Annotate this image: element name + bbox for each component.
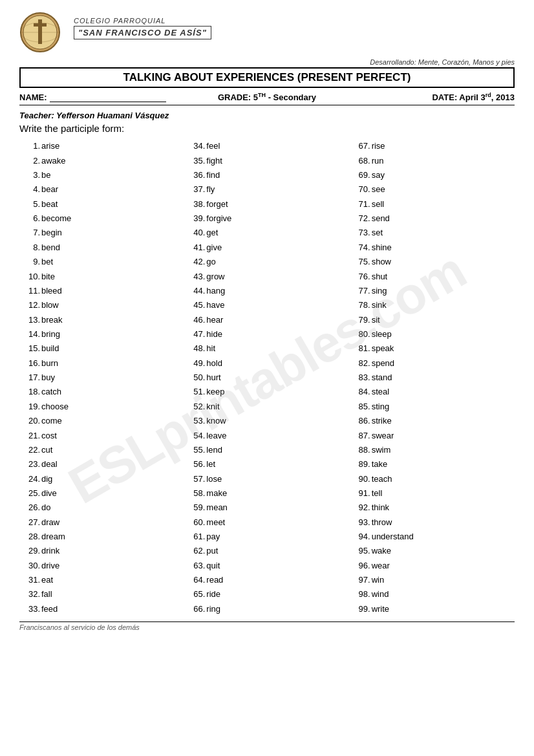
words-grid: 1.arise2.awake3.be4.bear5.beat6.become7.… bbox=[19, 139, 515, 616]
list-item: 34.feel bbox=[187, 139, 347, 153]
word-number: 4. bbox=[22, 182, 40, 197]
word-text: drive bbox=[41, 559, 59, 573]
word-text: dream bbox=[41, 530, 65, 544]
list-item: 42.go bbox=[187, 255, 347, 269]
list-item: 59.mean bbox=[187, 501, 347, 515]
word-number: 37. bbox=[187, 182, 205, 197]
word-text: show bbox=[372, 255, 391, 269]
list-item: 98.wind bbox=[352, 587, 512, 601]
word-number: 12. bbox=[22, 298, 40, 312]
word-number: 78. bbox=[352, 298, 370, 312]
word-text: steal bbox=[372, 385, 389, 399]
grade-suffix: TH bbox=[258, 92, 266, 98]
word-text: get bbox=[206, 226, 218, 240]
word-text: sleep bbox=[372, 327, 392, 341]
word-number: 13. bbox=[22, 313, 40, 327]
word-number: 21. bbox=[22, 429, 40, 443]
word-number: 31. bbox=[22, 573, 40, 587]
word-text: begin bbox=[41, 226, 62, 240]
word-number: 80. bbox=[352, 327, 370, 341]
word-number: 88. bbox=[352, 443, 370, 457]
word-number: 71. bbox=[352, 197, 370, 211]
list-item: 74.shine bbox=[352, 241, 512, 255]
word-text: wear bbox=[372, 559, 390, 573]
list-item: 58.make bbox=[187, 486, 347, 501]
list-item: 6.become bbox=[22, 211, 182, 226]
list-item: 18.catch bbox=[22, 385, 182, 399]
word-text: bear bbox=[41, 182, 58, 197]
word-text: be bbox=[41, 168, 50, 182]
word-number: 43. bbox=[187, 270, 205, 284]
word-number: 67. bbox=[352, 139, 370, 153]
list-item: 96.wear bbox=[352, 559, 512, 573]
word-text: beat bbox=[41, 197, 58, 211]
word-text: ring bbox=[206, 602, 220, 616]
word-number: 7. bbox=[22, 226, 40, 240]
word-number: 49. bbox=[187, 356, 205, 371]
list-item: 30.drive bbox=[22, 559, 182, 573]
list-item: 81.speak bbox=[352, 341, 512, 356]
list-item: 89.take bbox=[352, 457, 512, 471]
word-number: 95. bbox=[352, 544, 370, 558]
list-item: 50.hurt bbox=[187, 371, 347, 385]
list-item: 28.dream bbox=[22, 530, 182, 544]
word-text: burn bbox=[41, 356, 58, 371]
name-input-line bbox=[50, 92, 166, 102]
word-text: sink bbox=[372, 298, 387, 312]
word-number: 89. bbox=[352, 457, 370, 471]
word-text: deal bbox=[41, 457, 58, 471]
list-item: 17.buy bbox=[22, 371, 182, 385]
list-item: 65.ride bbox=[187, 587, 347, 601]
word-number: 90. bbox=[352, 472, 370, 486]
word-number: 38. bbox=[187, 197, 205, 211]
separator-line bbox=[19, 105, 515, 105]
teacher-line: Teacher: Yefferson Huamani Vásquez bbox=[19, 111, 515, 120]
word-text: tell bbox=[372, 486, 383, 501]
list-item: 66.ring bbox=[187, 602, 347, 616]
list-item: 39.forgive bbox=[187, 211, 347, 226]
word-text: fly bbox=[206, 182, 215, 197]
word-text: grow bbox=[206, 270, 224, 284]
word-number: 40. bbox=[187, 226, 205, 240]
word-number: 34. bbox=[187, 139, 205, 153]
word-text: throw bbox=[372, 515, 392, 530]
school-line1: COLEGIO PARROQUIAL bbox=[74, 17, 211, 25]
word-number: 82. bbox=[352, 356, 370, 371]
list-item: 21.cost bbox=[22, 429, 182, 443]
word-number: 16. bbox=[22, 356, 40, 371]
word-number: 65. bbox=[187, 587, 205, 601]
list-item: 97.win bbox=[352, 573, 512, 587]
info-row: NAME: GRADE: 5TH - Secondary DATE: April… bbox=[19, 92, 515, 102]
list-item: 10.bite bbox=[22, 270, 182, 284]
list-item: 76.shut bbox=[352, 270, 512, 284]
list-item: 41.give bbox=[187, 241, 347, 255]
date-section: DATE: April 3rd, 2013 bbox=[350, 92, 515, 102]
list-item: 88.swim bbox=[352, 443, 512, 457]
word-number: 27. bbox=[22, 515, 40, 530]
word-number: 26. bbox=[22, 501, 40, 515]
word-number: 52. bbox=[187, 400, 205, 414]
word-text: teach bbox=[372, 472, 392, 486]
list-item: 80.sleep bbox=[352, 327, 512, 341]
word-number: 92. bbox=[352, 501, 370, 515]
word-number: 59. bbox=[187, 501, 205, 515]
list-item: 14.bring bbox=[22, 327, 182, 341]
word-text: lose bbox=[206, 472, 222, 486]
list-item: 19.choose bbox=[22, 400, 182, 414]
word-text: buy bbox=[41, 371, 55, 385]
word-number: 23. bbox=[22, 457, 40, 471]
list-item: 94.understand bbox=[352, 530, 512, 544]
word-text: read bbox=[206, 573, 223, 587]
word-text: arise bbox=[41, 139, 59, 153]
school-line2: "SAN FRANCISCO DE ASÍS" bbox=[74, 26, 211, 39]
logo-icon bbox=[19, 12, 61, 54]
page-title: TALKING ABOUT EXPERIENCES (PRESENT PERFE… bbox=[19, 67, 515, 88]
word-text: hang bbox=[206, 284, 225, 298]
word-number: 55. bbox=[187, 443, 205, 457]
list-item: 78.sink bbox=[352, 298, 512, 312]
word-text: forgive bbox=[206, 211, 231, 226]
list-item: 85.sting bbox=[352, 400, 512, 414]
list-item: 61.pay bbox=[187, 530, 347, 544]
word-text: think bbox=[372, 501, 389, 515]
list-item: 49.hold bbox=[187, 356, 347, 371]
